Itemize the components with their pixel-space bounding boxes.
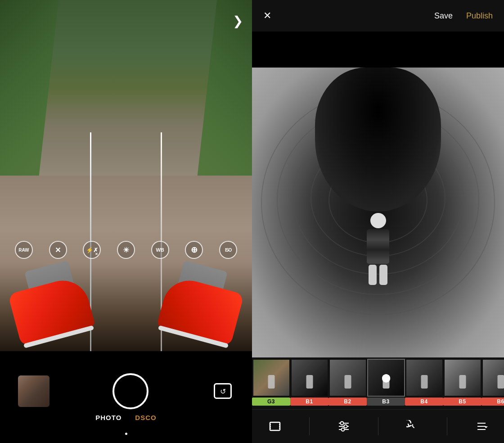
history-tool-button[interactable] bbox=[401, 415, 424, 438]
mode-tabs: PHOTO DSCO bbox=[95, 414, 156, 421]
publish-button[interactable]: Publish bbox=[466, 11, 493, 21]
svg-point-11 bbox=[340, 422, 343, 425]
filter-image-b3: ⬤ bbox=[368, 360, 404, 396]
mode-indicator-dot bbox=[125, 433, 127, 435]
wb-button[interactable]: WB bbox=[151, 241, 169, 259]
filter-label-b2: B2 bbox=[328, 398, 367, 406]
filter-label-b4: B4 bbox=[405, 398, 443, 406]
filter-label-g3: G3 bbox=[252, 398, 290, 406]
filter-thumb-b2 bbox=[330, 360, 366, 396]
editor-toolbar bbox=[252, 409, 504, 443]
track-scene bbox=[0, 0, 252, 351]
camera-viewfinder: ❯ RAW ✕ ⚡✗ ☀ WB ⊕ ISO bbox=[0, 0, 252, 351]
exposure-button[interactable]: ☀ bbox=[117, 241, 135, 259]
filter-thumb-g3 bbox=[253, 360, 289, 396]
raw-button[interactable]: RAW bbox=[15, 241, 33, 259]
filter-child-b5 bbox=[459, 375, 466, 389]
thumbnail-preview[interactable] bbox=[18, 375, 50, 407]
filter-g3[interactable]: G3 bbox=[252, 360, 290, 407]
toolbar-divider-3 bbox=[447, 417, 447, 435]
flash-icon: ⚡✗ bbox=[86, 247, 98, 253]
more-tool-button[interactable] bbox=[470, 415, 493, 438]
filter-b4[interactable]: B4 bbox=[405, 360, 443, 407]
dsco-mode-tab[interactable]: DSCO bbox=[135, 414, 156, 421]
editor-panel: ✕ Save Publish bbox=[252, 0, 504, 443]
editor-top-spacer bbox=[252, 32, 504, 68]
flip-camera-button[interactable] bbox=[212, 380, 234, 402]
svg-point-15 bbox=[341, 428, 344, 431]
filter-label-b6: B6 bbox=[482, 398, 504, 406]
flip-icon bbox=[214, 383, 232, 399]
shoe-right bbox=[156, 275, 244, 347]
filter-image-g3 bbox=[253, 360, 289, 396]
shoe-left bbox=[8, 275, 95, 347]
frame-icon bbox=[269, 420, 281, 433]
filter-thumb-b1 bbox=[292, 360, 328, 396]
filter-b2[interactable]: B2 bbox=[328, 360, 367, 407]
camera-controls-bar: RAW ✕ ⚡✗ ☀ WB ⊕ ISO bbox=[0, 241, 252, 259]
toolbar-divider-1 bbox=[309, 417, 310, 435]
filter-child-b4 bbox=[421, 375, 428, 389]
add-button[interactable]: ⊕ bbox=[185, 241, 203, 259]
camera-main-controls bbox=[0, 373, 252, 409]
adjust-tool-button[interactable] bbox=[333, 415, 355, 438]
photo-mode-tab[interactable]: PHOTO bbox=[95, 414, 122, 421]
next-arrow[interactable]: ❯ bbox=[233, 14, 243, 28]
header-actions: Save Publish bbox=[434, 11, 493, 21]
camera-bottom-bar: PHOTO DSCO bbox=[0, 351, 252, 443]
filter-image-b4 bbox=[406, 360, 442, 396]
child-legs bbox=[369, 265, 387, 285]
child-leg-right bbox=[379, 265, 387, 285]
svg-marker-21 bbox=[484, 426, 488, 428]
filter-image-b1 bbox=[292, 360, 328, 396]
filter-label-b3: B3 bbox=[367, 398, 405, 406]
plus-icon: ⊕ bbox=[191, 245, 198, 255]
editor-header: ✕ Save Publish bbox=[252, 0, 504, 32]
filter-label-b1: B1 bbox=[290, 398, 328, 406]
filter-child-b2 bbox=[344, 375, 351, 389]
filter-strip: G3 B1 B2 ⬤ bbox=[252, 357, 504, 409]
sliders-icon bbox=[338, 420, 350, 433]
sun-icon: ☀ bbox=[123, 246, 129, 254]
filter-child-b6 bbox=[497, 375, 504, 389]
stump-bw-scene bbox=[252, 68, 504, 357]
filter-b1[interactable]: B1 bbox=[290, 360, 328, 407]
filter-thumb-b3: ⬤ bbox=[368, 360, 404, 396]
filter-thumb-b5 bbox=[445, 360, 481, 396]
child-leg-left bbox=[369, 265, 377, 285]
svg-point-13 bbox=[344, 425, 347, 428]
child-figure bbox=[360, 213, 396, 285]
child-head bbox=[370, 213, 386, 228]
bookmark-list-icon bbox=[475, 420, 488, 433]
filter-image-b6 bbox=[483, 360, 504, 396]
filter-b3[interactable]: ⬤ B3 bbox=[367, 360, 405, 407]
svg-rect-0 bbox=[270, 422, 280, 430]
save-button[interactable]: Save bbox=[434, 11, 453, 21]
editor-main-image bbox=[252, 68, 504, 357]
filter-image-b5 bbox=[445, 360, 481, 396]
close-button[interactable]: ✕ bbox=[263, 10, 271, 22]
filter-b5[interactable]: B5 bbox=[443, 360, 482, 407]
key-icon: ⬤ bbox=[382, 373, 391, 383]
filter-thumb-b6 bbox=[483, 360, 504, 396]
tree-hollow bbox=[315, 68, 441, 212]
thumbnail-image bbox=[18, 375, 50, 407]
svg-line-17 bbox=[413, 426, 414, 428]
iso-button[interactable]: ISO bbox=[219, 241, 237, 259]
toolbar-divider-2 bbox=[378, 417, 378, 435]
filter-b6[interactable]: B6 bbox=[482, 360, 504, 407]
filter-thumb-b4 bbox=[406, 360, 442, 396]
history-icon bbox=[406, 420, 419, 433]
frame-tool-button[interactable] bbox=[264, 415, 286, 438]
flash-button[interactable]: ⚡✗ bbox=[83, 241, 101, 259]
shutter-button[interactable] bbox=[112, 373, 148, 409]
filter-child-g3 bbox=[268, 375, 274, 389]
filter-child-b1 bbox=[306, 375, 313, 389]
close-button[interactable]: ✕ bbox=[49, 241, 67, 259]
filter-image-b2 bbox=[330, 360, 366, 396]
filter-label-b5: B5 bbox=[443, 398, 482, 406]
child-body bbox=[367, 229, 389, 264]
camera-panel: ❯ RAW ✕ ⚡✗ ☀ WB ⊕ ISO bbox=[0, 0, 252, 443]
